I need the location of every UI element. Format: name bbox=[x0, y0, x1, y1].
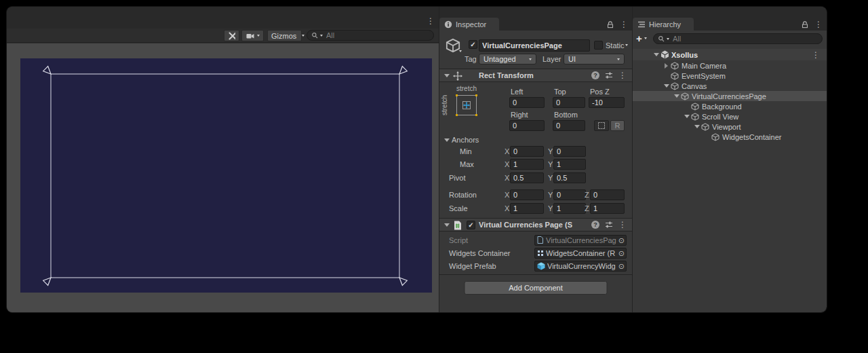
object-picker-icon[interactable]: ⊙ bbox=[618, 263, 625, 270]
rect-transform-ref-icon bbox=[537, 250, 544, 257]
pivot-x-field[interactable] bbox=[510, 172, 544, 183]
foldout-spacer bbox=[662, 71, 671, 80]
foldout-icon[interactable] bbox=[672, 92, 681, 100]
hierarchy-menu-icon[interactable]: ⋮ bbox=[814, 20, 823, 29]
foldout-icon[interactable] bbox=[652, 50, 660, 59]
component-enabled-checkbox[interactable]: ✓ bbox=[467, 221, 475, 229]
layer-dropdown[interactable]: UI bbox=[564, 54, 625, 64]
scale-z-field[interactable] bbox=[590, 203, 625, 214]
csharp-script-icon bbox=[453, 221, 462, 230]
gizmos-dropdown[interactable]: Gizmos bbox=[267, 30, 302, 41]
foldout-icon[interactable] bbox=[682, 112, 691, 121]
pos-z-field[interactable] bbox=[589, 97, 625, 108]
foldout-icon[interactable] bbox=[662, 61, 671, 70]
rotation-x-field[interactable] bbox=[510, 189, 544, 200]
widgets-container-label: Widgets Container bbox=[449, 249, 511, 257]
object-picker-icon[interactable]: ⊙ bbox=[618, 250, 625, 257]
anchor-max-y-field[interactable] bbox=[553, 159, 586, 170]
rotation-z-field[interactable] bbox=[590, 189, 625, 200]
scale-x-field[interactable] bbox=[510, 203, 544, 214]
rect-transform-gizmo bbox=[20, 58, 432, 293]
chevron-down-icon bbox=[302, 35, 304, 37]
tab-hierarchy[interactable]: Hierarchy bbox=[633, 18, 694, 31]
scene-search-input[interactable] bbox=[325, 31, 429, 40]
anchors-label[interactable]: Anchors bbox=[452, 136, 479, 144]
hierarchy-toolbar: + bbox=[633, 31, 827, 49]
gameobject-icon bbox=[691, 113, 699, 121]
widgets-container-field[interactable]: WidgetsContainer (R ⊙ bbox=[534, 248, 627, 259]
lock-icon[interactable] bbox=[606, 20, 614, 29]
right-field[interactable] bbox=[509, 120, 545, 131]
component-menu-icon[interactable]: ⋮ bbox=[618, 71, 627, 79]
hierarchy-item-xsollus[interactable]: Xsollus ⋮ bbox=[633, 49, 827, 60]
component-menu-icon[interactable]: ⋮ bbox=[618, 221, 627, 229]
static-checkbox[interactable] bbox=[594, 41, 603, 50]
lock-icon[interactable] bbox=[801, 20, 809, 29]
scene-view-panel: ⋮ Gizmos bbox=[7, 7, 439, 312]
tag-label: Tag bbox=[465, 55, 477, 63]
hierarchy-item-canvas[interactable]: Canvas bbox=[633, 81, 827, 91]
anchor-min-x-field[interactable] bbox=[510, 146, 544, 157]
pivot-y-field[interactable] bbox=[553, 172, 586, 183]
scene-camera-button[interactable] bbox=[241, 30, 264, 41]
hierarchy-item-viewport[interactable]: Viewport bbox=[633, 122, 827, 132]
max-label: Max bbox=[460, 160, 474, 168]
bottom-field[interactable] bbox=[553, 120, 585, 131]
gameobject-name-field[interactable] bbox=[479, 39, 590, 52]
help-icon[interactable]: ? bbox=[591, 71, 599, 79]
hierarchy-item-background[interactable]: Background bbox=[633, 101, 827, 111]
rect-transform-header[interactable]: Rect Transform ? ⋮ bbox=[439, 69, 632, 82]
hierarchy-search-field[interactable] bbox=[653, 33, 823, 44]
anchor-min-y-field[interactable] bbox=[553, 146, 586, 157]
scene-tools-button[interactable] bbox=[224, 30, 239, 41]
hierarchy-item-widgetscontainer[interactable]: WidgetsContainer bbox=[633, 132, 827, 142]
foldout-icon[interactable] bbox=[442, 71, 451, 80]
pos-z-label: Pos Z bbox=[590, 88, 610, 96]
add-component-button[interactable]: Add Component bbox=[465, 281, 608, 295]
hierarchy-search-input[interactable] bbox=[671, 34, 818, 43]
scene-viewport[interactable] bbox=[7, 43, 439, 312]
chevron-down-icon bbox=[644, 37, 647, 39]
object-picker-icon[interactable]: ⊙ bbox=[618, 237, 625, 244]
scene-search-field[interactable] bbox=[307, 30, 434, 41]
anchor-max-x-field[interactable] bbox=[510, 159, 544, 170]
foldout-icon[interactable] bbox=[692, 122, 701, 131]
top-field[interactable] bbox=[553, 97, 585, 108]
scene-options-icon[interactable]: ⋮ bbox=[812, 51, 820, 59]
icon-picker-caret-icon[interactable] bbox=[459, 50, 462, 52]
static-caret-icon[interactable] bbox=[625, 44, 628, 46]
scale-y-field[interactable] bbox=[553, 203, 586, 214]
chevron-down-icon bbox=[257, 35, 260, 37]
hierarchy-item-virtualcurrenciespage[interactable]: VirtualCurrenciesPage bbox=[633, 91, 827, 101]
inspector-panel: Inspector ⋮ ✓ Static Tag Untagged Layer bbox=[439, 7, 632, 312]
tab-inspector[interactable]: Inspector bbox=[439, 18, 499, 31]
script-object-field[interactable]: VirtualCurrenciesPag ⊙ bbox=[534, 235, 627, 246]
raw-edit-mode-button[interactable]: R bbox=[610, 120, 625, 131]
widget-prefab-field[interactable]: VirtualCurrencyWidg ⊙ bbox=[534, 261, 627, 272]
presets-icon[interactable] bbox=[605, 221, 613, 229]
prefab-cube-icon bbox=[537, 262, 545, 270]
foldout-icon[interactable] bbox=[662, 81, 671, 90]
hierarchy-item-main-camera[interactable]: Main Camera bbox=[633, 60, 827, 71]
rotation-y-field[interactable] bbox=[553, 189, 586, 200]
search-icon bbox=[311, 32, 318, 39]
help-icon[interactable]: ? bbox=[591, 221, 599, 229]
inspector-menu-icon[interactable]: ⋮ bbox=[620, 20, 628, 29]
gameobject-cube-icon[interactable] bbox=[446, 38, 460, 53]
left-field[interactable] bbox=[509, 97, 545, 108]
foldout-icon[interactable] bbox=[442, 221, 451, 229]
search-icon bbox=[658, 35, 665, 42]
presets-icon[interactable] bbox=[605, 71, 613, 79]
anchors-foldout-icon[interactable] bbox=[442, 136, 451, 145]
script-component-header[interactable]: ✓ Virtual Currencies Page (S ? ⋮ bbox=[439, 218, 632, 231]
scene-menu-icon[interactable]: ⋮ bbox=[427, 17, 435, 25]
scene-toolbar: Gizmos bbox=[7, 29, 439, 43]
tag-dropdown[interactable]: Untagged bbox=[479, 54, 536, 64]
hierarchy-item-eventsystem[interactable]: EventSystem bbox=[633, 71, 827, 81]
create-object-button[interactable]: + bbox=[636, 33, 647, 43]
blueprint-mode-button[interactable] bbox=[594, 120, 609, 131]
active-checkbox[interactable]: ✓ bbox=[469, 40, 477, 49]
anchor-presets-button[interactable] bbox=[456, 95, 477, 115]
hierarchy-item-scroll-view[interactable]: Scroll View bbox=[633, 111, 827, 122]
ui-canvas-preview[interactable] bbox=[20, 58, 432, 293]
